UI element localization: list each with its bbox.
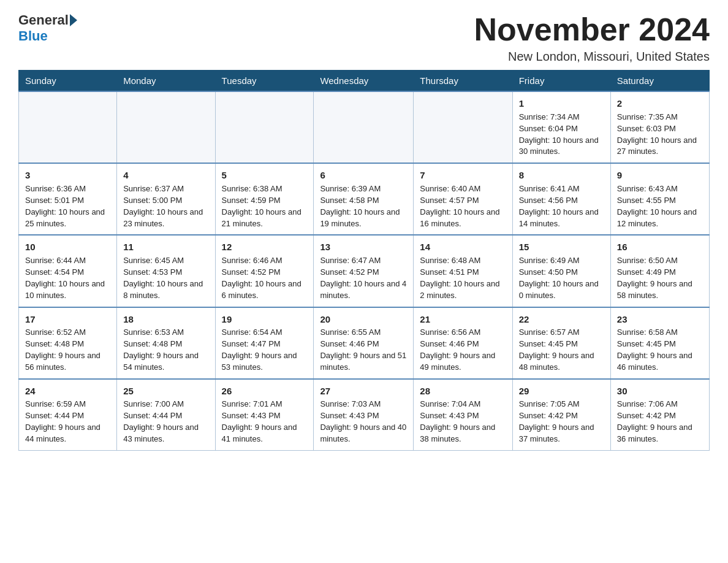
day-info: Sunrise: 7:01 AMSunset: 4:43 PMDaylight:…	[222, 399, 308, 445]
calendar-cell: 20Sunrise: 6:55 AMSunset: 4:46 PMDayligh…	[314, 307, 414, 379]
day-number: 25	[123, 385, 208, 398]
calendar-cell: 28Sunrise: 7:04 AMSunset: 4:43 PMDayligh…	[414, 379, 512, 451]
day-info: Sunrise: 6:57 AMSunset: 4:45 PMDaylight:…	[519, 327, 604, 373]
page-header: General Blue November 2024 New London, M…	[18, 12, 710, 64]
calendar-cell: 10Sunrise: 6:44 AMSunset: 4:54 PMDayligh…	[19, 235, 117, 307]
day-number: 18	[123, 313, 208, 326]
day-info: Sunrise: 6:39 AMSunset: 4:58 PMDaylight:…	[320, 183, 407, 229]
calendar-cell: 22Sunrise: 6:57 AMSunset: 4:45 PMDayligh…	[512, 307, 610, 379]
day-number: 15	[519, 240, 604, 254]
day-info: Sunrise: 6:55 AMSunset: 4:46 PMDaylight:…	[320, 327, 407, 373]
day-number: 5	[222, 169, 308, 182]
calendar-cell: 1Sunrise: 7:34 AMSunset: 6:04 PMDaylight…	[512, 91, 610, 163]
location-title: New London, Missouri, United States	[474, 50, 710, 64]
day-number: 17	[25, 313, 110, 326]
day-info: Sunrise: 7:06 AMSunset: 4:42 PMDaylight:…	[617, 399, 703, 445]
calendar-header-sunday: Sunday	[19, 71, 117, 92]
day-number: 20	[320, 313, 407, 326]
calendar-header-tuesday: Tuesday	[215, 71, 314, 92]
day-info: Sunrise: 6:40 AMSunset: 4:57 PMDaylight:…	[420, 183, 506, 229]
day-info: Sunrise: 6:38 AMSunset: 4:59 PMDaylight:…	[222, 183, 308, 229]
logo-arrow-icon	[70, 14, 77, 26]
day-number: 26	[222, 385, 308, 398]
calendar-cell: 7Sunrise: 6:40 AMSunset: 4:57 PMDaylight…	[414, 163, 512, 235]
day-number: 4	[123, 169, 208, 182]
calendar-cell	[414, 91, 512, 163]
calendar-cell	[314, 91, 414, 163]
day-number: 2	[617, 97, 703, 110]
day-number: 16	[617, 240, 703, 254]
day-number: 10	[25, 240, 110, 254]
day-info: Sunrise: 6:43 AMSunset: 4:55 PMDaylight:…	[617, 183, 703, 229]
day-number: 24	[25, 385, 110, 398]
day-info: Sunrise: 7:00 AMSunset: 4:44 PMDaylight:…	[123, 399, 208, 445]
calendar-cell: 25Sunrise: 7:00 AMSunset: 4:44 PMDayligh…	[117, 379, 215, 451]
calendar-table: SundayMondayTuesdayWednesdayThursdayFrid…	[18, 70, 710, 451]
day-info: Sunrise: 6:44 AMSunset: 4:54 PMDaylight:…	[25, 255, 110, 301]
day-info: Sunrise: 6:45 AMSunset: 4:53 PMDaylight:…	[123, 255, 208, 301]
calendar-header-row: SundayMondayTuesdayWednesdayThursdayFrid…	[19, 71, 710, 92]
day-info: Sunrise: 7:34 AMSunset: 6:04 PMDaylight:…	[519, 112, 604, 158]
calendar-week-row: 17Sunrise: 6:52 AMSunset: 4:48 PMDayligh…	[19, 307, 710, 379]
day-number: 7	[420, 169, 506, 182]
day-info: Sunrise: 6:56 AMSunset: 4:46 PMDaylight:…	[420, 327, 506, 373]
calendar-cell: 17Sunrise: 6:52 AMSunset: 4:48 PMDayligh…	[19, 307, 117, 379]
month-title: November 2024	[474, 12, 710, 47]
calendar-cell: 15Sunrise: 6:49 AMSunset: 4:50 PMDayligh…	[512, 235, 610, 307]
day-info: Sunrise: 7:03 AMSunset: 4:43 PMDaylight:…	[320, 399, 407, 445]
calendar-cell: 4Sunrise: 6:37 AMSunset: 5:00 PMDaylight…	[117, 163, 215, 235]
calendar-cell: 26Sunrise: 7:01 AMSunset: 4:43 PMDayligh…	[215, 379, 314, 451]
calendar-header-saturday: Saturday	[610, 71, 709, 92]
calendar-cell: 14Sunrise: 6:48 AMSunset: 4:51 PMDayligh…	[414, 235, 512, 307]
day-info: Sunrise: 6:48 AMSunset: 4:51 PMDaylight:…	[420, 255, 506, 301]
calendar-header-friday: Friday	[512, 71, 610, 92]
calendar-cell: 18Sunrise: 6:53 AMSunset: 4:48 PMDayligh…	[117, 307, 215, 379]
calendar-cell	[19, 91, 117, 163]
calendar-cell: 16Sunrise: 6:50 AMSunset: 4:49 PMDayligh…	[610, 235, 709, 307]
day-number: 23	[617, 313, 703, 326]
day-info: Sunrise: 6:50 AMSunset: 4:49 PMDaylight:…	[617, 255, 703, 301]
day-number: 3	[25, 169, 110, 182]
calendar-header-thursday: Thursday	[414, 71, 512, 92]
calendar-cell: 9Sunrise: 6:43 AMSunset: 4:55 PMDaylight…	[610, 163, 709, 235]
day-number: 21	[420, 313, 506, 326]
day-info: Sunrise: 6:37 AMSunset: 5:00 PMDaylight:…	[123, 183, 208, 229]
calendar-cell: 24Sunrise: 6:59 AMSunset: 4:44 PMDayligh…	[19, 379, 117, 451]
day-number: 9	[617, 169, 703, 182]
day-info: Sunrise: 6:41 AMSunset: 4:56 PMDaylight:…	[519, 183, 604, 229]
day-info: Sunrise: 7:04 AMSunset: 4:43 PMDaylight:…	[420, 399, 506, 445]
day-number: 28	[420, 385, 506, 398]
calendar-cell: 23Sunrise: 6:58 AMSunset: 4:45 PMDayligh…	[610, 307, 709, 379]
calendar-header-monday: Monday	[117, 71, 215, 92]
calendar-cell	[215, 91, 314, 163]
calendar-cell: 27Sunrise: 7:03 AMSunset: 4:43 PMDayligh…	[314, 379, 414, 451]
logo: General Blue	[18, 12, 78, 44]
calendar-cell: 5Sunrise: 6:38 AMSunset: 4:59 PMDaylight…	[215, 163, 314, 235]
day-number: 22	[519, 313, 604, 326]
day-info: Sunrise: 6:46 AMSunset: 4:52 PMDaylight:…	[222, 255, 308, 301]
day-info: Sunrise: 6:49 AMSunset: 4:50 PMDaylight:…	[519, 255, 604, 301]
day-number: 27	[320, 385, 407, 398]
day-info: Sunrise: 6:53 AMSunset: 4:48 PMDaylight:…	[123, 327, 208, 373]
day-number: 1	[519, 97, 604, 110]
calendar-week-row: 24Sunrise: 6:59 AMSunset: 4:44 PMDayligh…	[19, 379, 710, 451]
calendar-week-row: 10Sunrise: 6:44 AMSunset: 4:54 PMDayligh…	[19, 235, 710, 307]
day-number: 11	[123, 240, 208, 254]
calendar-week-row: 1Sunrise: 7:34 AMSunset: 6:04 PMDaylight…	[19, 91, 710, 163]
calendar-cell: 30Sunrise: 7:06 AMSunset: 4:42 PMDayligh…	[610, 379, 709, 451]
calendar-week-row: 3Sunrise: 6:36 AMSunset: 5:01 PMDaylight…	[19, 163, 710, 235]
day-number: 29	[519, 385, 604, 398]
calendar-cell: 29Sunrise: 7:05 AMSunset: 4:42 PMDayligh…	[512, 379, 610, 451]
calendar-cell: 6Sunrise: 6:39 AMSunset: 4:58 PMDaylight…	[314, 163, 414, 235]
day-info: Sunrise: 7:05 AMSunset: 4:42 PMDaylight:…	[519, 399, 604, 445]
day-info: Sunrise: 6:58 AMSunset: 4:45 PMDaylight:…	[617, 327, 703, 373]
calendar-cell	[117, 91, 215, 163]
calendar-cell: 11Sunrise: 6:45 AMSunset: 4:53 PMDayligh…	[117, 235, 215, 307]
day-info: Sunrise: 6:36 AMSunset: 5:01 PMDaylight:…	[25, 183, 110, 229]
calendar-cell: 8Sunrise: 6:41 AMSunset: 4:56 PMDaylight…	[512, 163, 610, 235]
calendar-cell: 3Sunrise: 6:36 AMSunset: 5:01 PMDaylight…	[19, 163, 117, 235]
calendar-cell: 21Sunrise: 6:56 AMSunset: 4:46 PMDayligh…	[414, 307, 512, 379]
logo-general-text: General	[18, 12, 69, 28]
day-number: 30	[617, 385, 703, 398]
day-number: 19	[222, 313, 308, 326]
